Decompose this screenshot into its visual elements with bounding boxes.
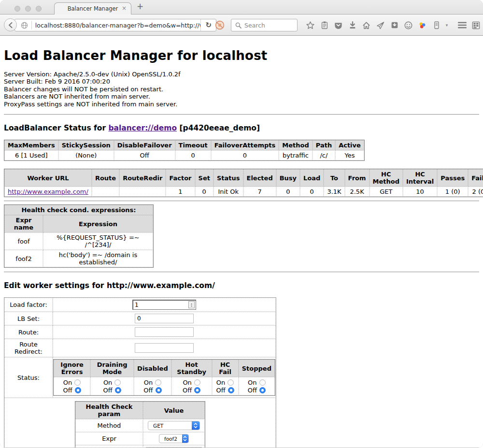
globe-icon[interactable] [21, 22, 28, 29]
radio-hot-standby-off[interactable] [194, 387, 200, 393]
status-table: Ignore Errors Draining Mode Disabled Hot… [53, 359, 275, 396]
col-worker-url: Worker URL [4, 169, 92, 187]
minimize-window-button[interactable] [25, 6, 31, 12]
dropdown-caret-icon[interactable]: ▾ [443, 23, 450, 28]
col-fails: Fails [468, 169, 483, 187]
zoom-window-button[interactable] [36, 6, 42, 12]
lb-set-label: LB Set: [4, 312, 53, 325]
method-selected-value: GET [148, 423, 192, 429]
reload-button[interactable]: ↻ [200, 19, 216, 31]
clipboard-icon[interactable] [317, 19, 331, 31]
pocket-icon[interactable] [331, 19, 345, 31]
health-check-table: Health Check param Value Method GET [75, 401, 205, 448]
save-to-device-icon[interactable] [387, 19, 401, 31]
menu-icon[interactable] [455, 19, 469, 31]
color-dots-icon[interactable] [415, 19, 429, 31]
bookmark-star-icon[interactable] [303, 19, 317, 31]
tab-close-icon[interactable]: × [122, 5, 127, 12]
home-icon[interactable] [359, 19, 373, 31]
divider [4, 201, 479, 202]
expr-name-foof: foof [4, 232, 43, 250]
lb-set-input[interactable] [135, 314, 194, 323]
on-label: On [144, 379, 153, 386]
radio-ignore-errors-on[interactable] [74, 379, 81, 386]
on-label: On [248, 379, 256, 386]
route-input[interactable] [135, 327, 194, 337]
radio-disabled-on[interactable] [155, 379, 161, 386]
url-text[interactable]: localhost:8880/balancer-manager?b=demo&w… [35, 22, 201, 29]
radio-draining-mode-off[interactable] [115, 387, 121, 393]
divider [4, 272, 479, 273]
cell-routeredir [119, 187, 166, 197]
cell-load: 0 [300, 187, 324, 197]
heading-prefix: LoadBalancer Status for [4, 124, 108, 132]
toolbar-icons: ▾ [303, 18, 483, 32]
close-window-button[interactable] [14, 6, 20, 12]
col-hc-fail: HC Fail [212, 360, 239, 377]
col-disablefailover: DisableFailover [114, 140, 175, 150]
tab-balancer-manager[interactable]: Balancer Manager × [54, 2, 131, 14]
search-placeholder[interactable]: Search [244, 22, 265, 29]
radio-ignore-errors-off[interactable] [75, 387, 81, 393]
off-label: Off [216, 387, 226, 394]
cell-fails: 2 (0) [468, 187, 483, 197]
interval-input[interactable] [146, 447, 202, 448]
tab-bar: Balancer Manager × + [0, 0, 483, 14]
download-icon[interactable] [345, 19, 359, 31]
form-row-load-factor: Load factor: 1 ▴▾ [4, 298, 276, 312]
load-factor-value[interactable]: 1 [133, 302, 188, 308]
edit-worker-heading: Edit worker settings for http://www.exam… [4, 281, 479, 290]
cell-method: bytraffic [279, 150, 312, 160]
heading-suffix: [p4420eeae_demo] [177, 124, 260, 132]
radio-hc-fail-on[interactable] [227, 379, 234, 386]
col-load: Load [300, 169, 324, 187]
on-label: On [103, 379, 112, 386]
status-cell-ignore-errors: On Off [54, 377, 90, 395]
hc-row-expr: Expr foof2 [75, 432, 205, 445]
hc-expressions-table: Health check cond. expressions: Expr nam… [4, 204, 154, 268]
expr-value-foof: %{REQUEST_STATUS} =~ /^[234]/ [43, 232, 153, 250]
balancer-status-heading: LoadBalancer Status for balancer://demo … [4, 124, 479, 132]
number-stepper-icon[interactable]: ▴▾ [188, 301, 195, 308]
col-hc-value: Value [143, 402, 205, 419]
cell-passes: 1 (0) [437, 187, 468, 197]
radio-disabled-off[interactable] [156, 387, 162, 393]
expr-select[interactable]: foof2 [159, 434, 189, 443]
new-tab-button[interactable]: + [137, 1, 143, 11]
worker-url-link[interactable]: http://www.example.com/ [8, 188, 88, 195]
col-method: Method [279, 140, 312, 150]
radio-hc-fail-off[interactable] [228, 387, 234, 393]
method-select[interactable]: GET [148, 421, 200, 430]
col-path: Path [313, 140, 335, 150]
col-maxmembers: MaxMembers [4, 140, 58, 150]
back-button[interactable] [4, 18, 17, 31]
route-redirect-input[interactable] [135, 343, 194, 353]
send-icon[interactable] [373, 19, 387, 31]
on-label: On [63, 379, 72, 386]
off-label: Off [183, 387, 192, 394]
col-to: To [324, 169, 344, 187]
search-bar[interactable]: Search [231, 19, 298, 31]
status-label: Status: [4, 357, 53, 398]
col-route: Route [92, 169, 119, 187]
battery-icon[interactable] [429, 19, 443, 31]
col-disabled: Disabled [134, 360, 171, 377]
radio-hot-standby-on[interactable] [194, 379, 200, 386]
radio-draining-mode-on[interactable] [114, 379, 121, 386]
col-hc-interval: HC Interval [403, 169, 437, 187]
radio-stopped-off[interactable] [259, 387, 266, 393]
search-icon [235, 22, 242, 29]
cell-factor: 1 [166, 187, 195, 197]
tab-grid-icon[interactable] [469, 19, 483, 31]
load-factor-input[interactable]: 1 ▴▾ [132, 300, 196, 310]
divider [4, 114, 479, 115]
hc-row-interval: Interval (secs) [75, 445, 205, 448]
url-bar[interactable]: localhost:8880/balancer-manager?b=demo&w… [14, 19, 216, 31]
form-row-health-params: Health Check param Value Method GET [4, 398, 276, 448]
radio-stopped-on[interactable] [259, 379, 266, 386]
balancer-demo-link[interactable]: balancer://demo [108, 124, 177, 132]
cell-hc-interval: 10 [403, 187, 437, 197]
forum-smiley-icon[interactable] [401, 19, 415, 31]
expr-row: foof %{REQUEST_STATUS} =~ /^[234]/ [4, 232, 153, 250]
block-icon[interactable] [215, 20, 225, 32]
